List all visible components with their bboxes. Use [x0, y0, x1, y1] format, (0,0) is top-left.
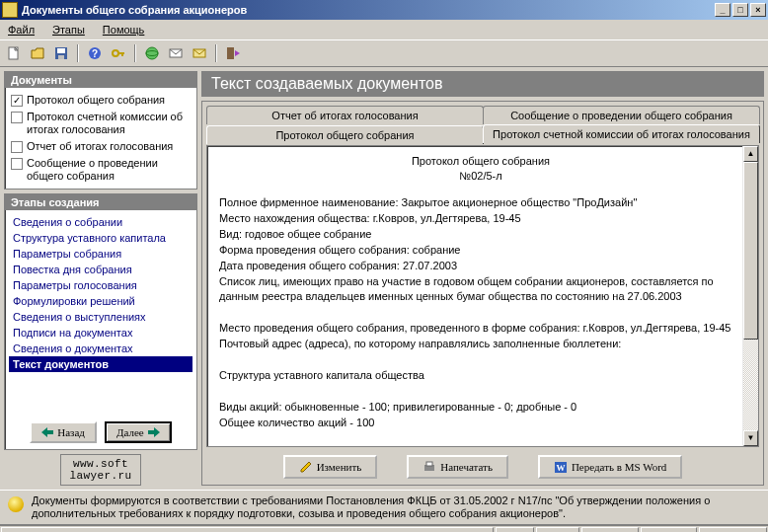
status-caps: CAPS — [536, 527, 579, 532]
scroll-thumb[interactable] — [743, 162, 758, 340]
tab-front[interactable]: Протокол общего собрания — [206, 125, 484, 144]
step-item[interactable]: Структура уставного капитала — [9, 230, 192, 246]
titlebar: Документы общего собрания акционеров _ □… — [0, 0, 768, 20]
tool-key-icon[interactable] — [109, 43, 128, 63]
doc-check-label: Протокол счетной комиссии об итогах голо… — [27, 111, 191, 136]
steps-panel: Этапы создания Сведения о собранииСтрукт… — [4, 193, 197, 450]
step-item[interactable]: Повестка дня собрания — [9, 262, 192, 277]
tool-exit-icon[interactable] — [223, 43, 243, 63]
status-num: NUM — [496, 527, 534, 532]
tool-help-icon[interactable]: ? — [85, 43, 105, 63]
step-item[interactable]: Сведения о документах — [9, 341, 192, 356]
tool-mail-icon[interactable] — [166, 43, 186, 63]
svg-marker-14 — [235, 50, 240, 56]
svg-point-9 — [146, 47, 158, 59]
doc-line — [219, 352, 742, 367]
checkbox-icon[interactable] — [11, 95, 23, 107]
svg-rect-2 — [57, 48, 65, 53]
tool-globe-icon[interactable] — [142, 43, 162, 63]
doc-line: Почтовый адрес (адреса), по которому нап… — [219, 337, 742, 351]
bulb-icon — [8, 496, 24, 512]
doc-title-1: Протокол общего собрания — [219, 154, 742, 169]
tool-open-icon[interactable] — [28, 43, 47, 63]
export-word-label: Передать в MS Word — [572, 461, 666, 473]
menubar: Файл Этапы Помощь — [0, 20, 768, 39]
hint-bar: Документы формируются в соответствии с т… — [0, 490, 768, 525]
svg-text:W: W — [556, 463, 565, 473]
link-line-1: www.soft — [69, 458, 131, 470]
documents-panel: Документы Протокол общего собранияПроток… — [4, 71, 197, 190]
documents-header: Документы — [5, 72, 196, 88]
tool-new-icon[interactable] — [4, 43, 24, 63]
tab-back[interactable]: Отчет об итогах голосования — [206, 106, 484, 124]
step-item[interactable]: Формулировки решений — [9, 293, 192, 309]
statusbar: NUM CAPS SCROLL 20:00:41 27.07.2003 — [0, 525, 768, 532]
doc-line: Общее количество акций - 100 — [219, 416, 742, 430]
toolbar-separator — [77, 44, 79, 62]
hint-text: Документы формируются в соответствии с т… — [32, 494, 760, 520]
step-item[interactable]: Параметры собрания — [9, 246, 192, 262]
svg-rect-3 — [58, 55, 64, 59]
word-icon: W — [554, 460, 568, 474]
edit-button[interactable]: Изменить — [283, 455, 378, 479]
step-item[interactable]: Подписи на документах — [9, 325, 192, 341]
document-view: Протокол общего собрания №02/5-л Полное … — [206, 145, 759, 447]
doc-line: Дата проведения общего собрания: 27.07.2… — [219, 259, 742, 273]
scroll-down-icon[interactable]: ▼ — [743, 430, 758, 446]
back-button[interactable]: Назад — [30, 421, 97, 443]
toolbar: ? — [0, 39, 768, 67]
link-line-2: lawyer.ru — [69, 470, 131, 482]
svg-marker-16 — [148, 427, 160, 437]
status-date: 27.07.2003 — [699, 527, 767, 532]
checkbox-icon[interactable] — [11, 141, 23, 153]
arrow-right-icon — [148, 427, 160, 437]
step-item[interactable]: Текст документов — [9, 356, 192, 372]
doc-line: Вид: годовое общее собрание — [219, 227, 742, 242]
doc-line: Виды акций: обыкновенные - 100; привилег… — [219, 400, 742, 415]
close-button[interactable]: × — [750, 3, 766, 17]
edit-label: Изменить — [317, 461, 362, 473]
scroll-up-icon[interactable]: ▲ — [743, 146, 758, 162]
back-label: Назад — [57, 426, 85, 438]
checkbox-icon[interactable] — [11, 112, 23, 123]
step-item[interactable]: Сведения о выступлениях — [9, 309, 192, 325]
printer-icon — [422, 460, 436, 474]
menu-help[interactable]: Помощь — [99, 22, 149, 38]
step-item[interactable]: Параметры голосования — [9, 277, 192, 293]
doc-line — [219, 384, 742, 399]
arrow-left-icon — [41, 427, 53, 437]
tab-back[interactable]: Сообщение о проведении общего собрания — [483, 106, 760, 124]
doc-check-item[interactable]: Отчет об итогах голосования — [9, 138, 192, 155]
menu-stages[interactable]: Этапы — [48, 22, 89, 38]
scrollbar-vertical[interactable]: ▲ ▼ — [742, 146, 758, 446]
doc-check-item[interactable]: Сообщение о проведении общего собрания — [9, 155, 192, 185]
doc-check-item[interactable]: Протокол счетной комиссии об итогах голо… — [9, 109, 192, 138]
doc-line: Место проведения общего собрания, провед… — [219, 321, 742, 336]
export-word-button[interactable]: W Передать в MS Word — [538, 455, 682, 479]
window-title: Документы общего собрания акционеров — [22, 4, 715, 16]
tool-envelope-icon[interactable] — [190, 43, 209, 63]
svg-marker-17 — [301, 462, 311, 472]
steps-header: Этапы создания — [5, 194, 196, 210]
checkbox-icon[interactable] — [11, 158, 23, 170]
print-label: Напечатать — [440, 461, 493, 473]
website-link[interactable]: www.soft lawyer.ru — [60, 454, 140, 486]
doc-check-item[interactable]: Протокол общего собрания — [9, 92, 192, 109]
maximize-button[interactable]: □ — [732, 3, 748, 17]
doc-check-label: Отчет об итогах голосования — [27, 140, 173, 153]
minimize-button[interactable]: _ — [715, 3, 730, 17]
next-button[interactable]: Далее — [105, 421, 172, 443]
next-label: Далее — [116, 426, 144, 438]
print-button[interactable]: Напечатать — [407, 455, 508, 479]
status-message — [1, 527, 494, 532]
svg-rect-19 — [426, 462, 432, 466]
menu-file[interactable]: Файл — [4, 22, 38, 38]
doc-check-label: Протокол общего собрания — [27, 94, 165, 107]
svg-point-6 — [113, 50, 118, 56]
doc-line: Структура уставного капитала общества — [219, 368, 742, 383]
toolbar-separator — [134, 44, 136, 62]
tool-save-icon[interactable] — [51, 43, 71, 63]
tab-front[interactable]: Протокол счетной комиссии об итогах голо… — [483, 124, 760, 143]
step-item[interactable]: Сведения о собрании — [9, 214, 192, 230]
doc-check-label: Сообщение о проведении общего собрания — [27, 157, 191, 183]
